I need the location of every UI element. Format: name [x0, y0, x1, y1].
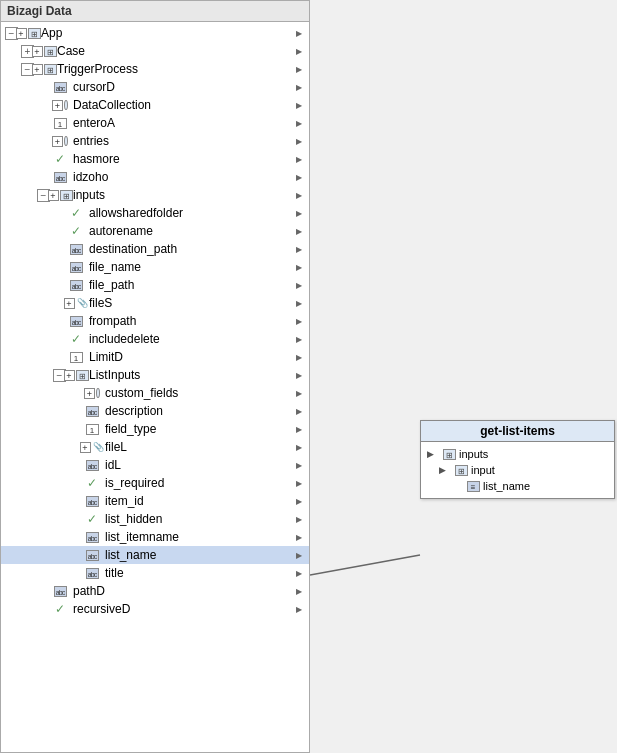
arrow-case[interactable]: ▶	[293, 43, 309, 59]
arrow-datacollection[interactable]: ▶	[293, 97, 309, 113]
icon-includedelete: ✓	[68, 331, 84, 347]
tree-container[interactable]: −+⊞App▶++⊞Case▶−+⊞TriggerProcess▶abccurs…	[1, 22, 309, 749]
arrow-field_type[interactable]: ▶	[293, 421, 309, 437]
arrow-idl[interactable]: ▶	[293, 457, 309, 473]
tree-item-autorename[interactable]: ✓autorename▶	[1, 222, 309, 240]
arrow-autorename[interactable]: ▶	[293, 223, 309, 239]
label-case: Case	[57, 44, 293, 58]
connector-svg	[310, 0, 617, 753]
arrow-file_name[interactable]: ▶	[293, 259, 309, 275]
icon-app: +⊞	[20, 25, 36, 41]
tree-item-pathd[interactable]: abcpathD▶	[1, 582, 309, 600]
tree-item-custom_fields[interactable]: +custom_fields▶	[1, 384, 309, 402]
arrow-filel[interactable]: ▶	[293, 439, 309, 455]
arrow-entries[interactable]: ▶	[293, 133, 309, 149]
tree-item-enteroa[interactable]: 1enteroA▶	[1, 114, 309, 132]
box-list-name-label: list_name	[483, 480, 530, 492]
tree-item-recursived[interactable]: ✓recursiveD▶	[1, 600, 309, 618]
icon-datacollection: +	[52, 97, 68, 113]
arrow-allowsharedfolder[interactable]: ▶	[293, 205, 309, 221]
arrow-pathd[interactable]: ▶	[293, 583, 309, 599]
box-inputs-icon: ⊞	[441, 447, 457, 461]
box-input-label: input	[471, 464, 495, 476]
arrow-triggerprocess[interactable]: ▶	[293, 61, 309, 77]
tree-item-item_id[interactable]: abcitem_id▶	[1, 492, 309, 510]
box-inputs-label: inputs	[459, 448, 488, 460]
tree-item-field_type[interactable]: 1field_type▶	[1, 420, 309, 438]
tree-item-triggerprocess[interactable]: −+⊞TriggerProcess▶	[1, 60, 309, 78]
icon-cursord: abc	[52, 79, 68, 95]
label-inputs: inputs	[73, 188, 293, 202]
label-hasmore: hasmore	[73, 152, 293, 166]
tree-item-list_hidden[interactable]: ✓list_hidden▶	[1, 510, 309, 528]
arrow-custom_fields[interactable]: ▶	[293, 385, 309, 401]
tree-item-case[interactable]: ++⊞Case▶	[1, 42, 309, 60]
tree-item-frompath[interactable]: abcfrompath▶	[1, 312, 309, 330]
tree-item-idzoho[interactable]: abcidzoho▶	[1, 168, 309, 186]
tree-item-includedelete[interactable]: ✓includedelete▶	[1, 330, 309, 348]
icon-autorename: ✓	[68, 223, 84, 239]
arrow-recursived[interactable]: ▶	[293, 601, 309, 617]
tree-item-allowsharedfolder[interactable]: ✓allowsharedfolder▶	[1, 204, 309, 222]
tree-item-description[interactable]: abcdescription▶	[1, 402, 309, 420]
arrow-idzoho[interactable]: ▶	[293, 169, 309, 185]
icon-recursived: ✓	[52, 601, 68, 617]
label-item_id: item_id	[105, 494, 293, 508]
tree-item-limitd[interactable]: 1LimitD▶	[1, 348, 309, 366]
arrow-description[interactable]: ▶	[293, 403, 309, 419]
box-inputs-expand[interactable]: ▶	[427, 449, 441, 459]
tree-item-idl[interactable]: abcidL▶	[1, 456, 309, 474]
tree-item-list_itemname[interactable]: abclist_itemname▶	[1, 528, 309, 546]
box-list-name-row[interactable]: ≡ list_name	[425, 478, 610, 494]
tree-item-app[interactable]: −+⊞App▶	[1, 24, 309, 42]
arrow-inputs[interactable]: ▶	[293, 187, 309, 203]
tree-item-entries[interactable]: +entries▶	[1, 132, 309, 150]
tree-item-filel[interactable]: +📎fileL▶	[1, 438, 309, 456]
arrow-app[interactable]: ▶	[293, 25, 309, 41]
label-is_required: is_required	[105, 476, 293, 490]
arrow-listinputs[interactable]: ▶	[293, 367, 309, 383]
arrow-destination_path[interactable]: ▶	[293, 241, 309, 257]
tree-item-list_name[interactable]: abclist_name▶	[1, 546, 309, 564]
box-input-row[interactable]: ▶ ⊞ input	[425, 462, 610, 478]
icon-limitd: 1	[68, 349, 84, 365]
tree-item-datacollection[interactable]: +DataCollection▶	[1, 96, 309, 114]
label-recursived: recursiveD	[73, 602, 293, 616]
arrow-files[interactable]: ▶	[293, 295, 309, 311]
tree-item-inputs[interactable]: −+⊞inputs▶	[1, 186, 309, 204]
icon-hasmore: ✓	[52, 151, 68, 167]
tree-item-is_required[interactable]: ✓is_required▶	[1, 474, 309, 492]
box-inputs-row[interactable]: ▶ ⊞ inputs	[425, 446, 610, 462]
tree-item-file_path[interactable]: abcfile_path▶	[1, 276, 309, 294]
arrow-list_itemname[interactable]: ▶	[293, 529, 309, 545]
arrow-limitd[interactable]: ▶	[293, 349, 309, 365]
tree-item-file_name[interactable]: abcfile_name▶	[1, 258, 309, 276]
tree-item-title[interactable]: abctitle▶	[1, 564, 309, 582]
arrow-hasmore[interactable]: ▶	[293, 151, 309, 167]
arrow-title[interactable]: ▶	[293, 565, 309, 581]
box-input-expand[interactable]: ▶	[439, 465, 453, 475]
arrow-item_id[interactable]: ▶	[293, 493, 309, 509]
arrow-file_path[interactable]: ▶	[293, 277, 309, 293]
tree-item-listinputs[interactable]: −+⊞ListInputs▶	[1, 366, 309, 384]
arrow-list_name[interactable]: ▶	[293, 547, 309, 563]
arrow-is_required[interactable]: ▶	[293, 475, 309, 491]
tree-item-hasmore[interactable]: ✓hasmore▶	[1, 150, 309, 168]
arrow-list_hidden[interactable]: ▶	[293, 511, 309, 527]
label-idzoho: idzoho	[73, 170, 293, 184]
label-allowsharedfolder: allowsharedfolder	[89, 206, 293, 220]
tree-item-files[interactable]: +📎fileS▶	[1, 294, 309, 312]
label-app: App	[41, 26, 293, 40]
arrow-enteroa[interactable]: ▶	[293, 115, 309, 131]
icon-frompath: abc	[68, 313, 84, 329]
get-list-items-header: get-list-items	[421, 421, 614, 442]
icon-inputs: +⊞	[52, 187, 68, 203]
arrow-cursord[interactable]: ▶	[293, 79, 309, 95]
tree-item-cursord[interactable]: abccursorD▶	[1, 78, 309, 96]
tree-item-destination_path[interactable]: abcdestination_path▶	[1, 240, 309, 258]
icon-title: abc	[84, 565, 100, 581]
icon-field_type: 1	[84, 421, 100, 437]
arrow-includedelete[interactable]: ▶	[293, 331, 309, 347]
arrow-frompath[interactable]: ▶	[293, 313, 309, 329]
icon-idl: abc	[84, 457, 100, 473]
